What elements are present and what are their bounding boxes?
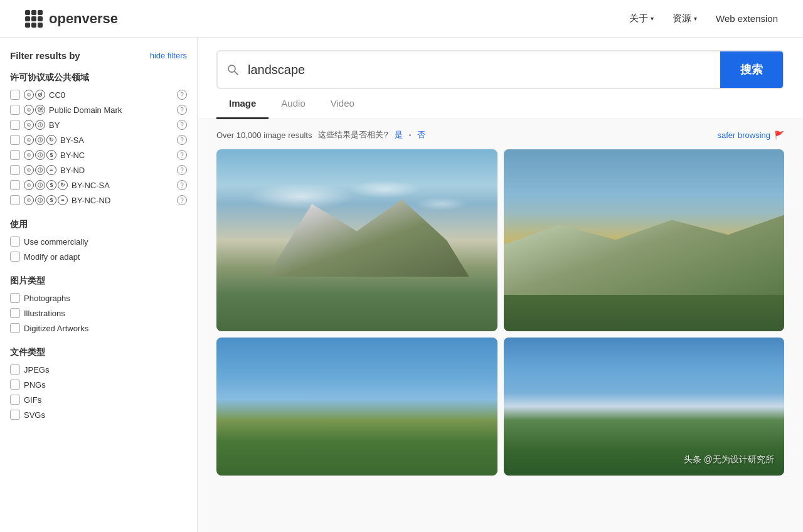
help-icon-bysa[interactable]: ? [177,135,187,145]
nav-resources-label: 资源 [673,13,691,24]
checkbox-illustrations[interactable] [10,308,20,318]
by-icon: ⓘ [35,135,45,145]
search-input[interactable] [248,54,720,86]
checkbox-bync[interactable] [10,150,20,160]
label-photographs: Photographs [24,294,70,303]
cc-icon: © [24,165,34,175]
checkbox-bynd[interactable] [10,165,20,175]
tab-audio[interactable]: Audio [269,89,317,119]
nav-web-extension[interactable]: Web extension [716,13,778,24]
help-icon-byncnd[interactable]: ? [177,195,187,205]
cc-icon: © [24,135,34,145]
nav-about[interactable]: 关于 ▾ [629,13,654,24]
checkbox-commercial[interactable] [10,237,20,247]
layout: Filter results by hide filters 许可协议或公共领域… [0,38,803,532]
filter-item-byncsa: © ⓘ $ ↻ BY-NC-SA ? [10,180,187,190]
main-content: 搜索 Image Audio Video Over 10,000 image r… [198,38,803,532]
tabs: Image Audio Video [198,89,803,119]
results-count: Over 10,000 image results [216,130,312,140]
filter-item-cc0: © Ø CC0 ? [10,90,187,100]
checkbox-gif[interactable] [10,395,20,405]
file-type-title: 文件类型 [10,347,187,358]
pd-icon: Ⓟ [35,105,45,115]
chevron-down-icon: ▾ [694,15,697,22]
filter-item-bysa: © ⓘ ↻ BY-SA ? [10,135,187,145]
sa-icon: ↻ [58,180,68,190]
help-icon-cc0[interactable]: ? [177,90,187,100]
search-icon [218,63,248,76]
checkbox-by[interactable] [10,120,20,130]
nav-web-extension-label: Web extension [716,13,778,24]
cc-icon: © [24,90,34,100]
help-icon-bync[interactable]: ? [177,150,187,160]
logo[interactable]: openverse [25,10,118,28]
license-icons-by: © ⓘ [24,120,45,130]
image-card-2[interactable] [504,149,785,331]
tab-image[interactable]: Image [216,89,269,119]
filter-title: Filter results by [10,50,80,61]
checkbox-photographs[interactable] [10,293,20,303]
image-grid [216,149,784,476]
help-icon-pdm[interactable]: ? [177,105,187,115]
sidebar: Filter results by hide filters 许可协议或公共领域… [0,38,198,532]
logo-text: openverse [49,11,118,27]
label-jpeg: JPEGs [24,365,49,375]
license-section-title: 许可协议或公共领域 [10,72,187,83]
help-icon-byncsa[interactable]: ? [177,180,187,190]
checkbox-bysa[interactable] [10,135,20,145]
checkbox-svg[interactable] [10,410,20,420]
license-icons-byncnd: © ⓘ $ = [24,195,68,205]
hide-filters-link[interactable]: hide filters [150,51,187,60]
filter-item-pdm: © Ⓟ Public Domain Mark ? [10,105,187,115]
checkbox-digitized[interactable] [10,323,20,333]
filter-item-bynd: © ⓘ = BY-ND ? [10,165,187,175]
sidebar-header: Filter results by hide filters [10,50,187,61]
label-bysa: BY-SA [60,136,84,145]
nav-about-label: 关于 [629,13,648,24]
landscape-image-4 [504,338,785,476]
label-byncnd: BY-NC-ND [72,196,110,205]
license-icons-pdm: © Ⓟ [24,105,45,115]
svg-line-1 [235,72,238,75]
filter-item-modify: Modify or adapt [10,252,187,262]
nd-icon: = [46,165,56,175]
image-card-3[interactable] [216,338,497,476]
checkbox-byncsa[interactable] [10,180,20,190]
filter-item-gif: GIFs [10,395,187,405]
nav-resources[interactable]: 资源 ▾ [673,13,697,24]
image-card-1[interactable] [216,149,497,331]
results-yes-button[interactable]: 是 [395,129,403,141]
landscape-image-2 [504,149,785,331]
nc-icon: $ [46,150,56,160]
safer-browsing-link[interactable]: safer browsing 🚩 [717,130,784,140]
image-card-4[interactable] [504,338,785,476]
checkbox-png[interactable] [10,380,20,390]
filter-item-byncnd: © ⓘ $ = BY-NC-ND ? [10,195,187,205]
filter-item-bync: © ⓘ $ BY-NC ? [10,150,187,160]
checkbox-pdm[interactable] [10,105,20,115]
results-dot: • [409,132,412,139]
checkbox-modify[interactable] [10,252,20,262]
label-bync: BY-NC [60,151,85,160]
tab-video[interactable]: Video [318,89,367,119]
label-bynd: BY-ND [60,166,85,175]
search-bar: 搜索 [216,50,784,89]
search-button[interactable]: 搜索 [720,51,783,88]
license-icons-bysa: © ⓘ ↻ [24,135,56,145]
help-icon-by[interactable]: ? [177,120,187,130]
image-type-section: 图片类型 Photographs Illustrations Digitized… [10,275,187,333]
flag-icon: 🚩 [774,130,784,140]
label-pdm: Public Domain Mark [49,105,122,115]
checkbox-byncnd[interactable] [10,195,20,205]
results-relevant-question: 这些结果是否相关? [318,129,388,141]
nc-icon: $ [46,180,56,190]
license-icons-byncsa: © ⓘ $ ↻ [24,180,68,190]
file-type-section: 文件类型 JPEGs PNGs GIFs [10,347,187,420]
help-icon-bynd[interactable]: ? [177,165,187,175]
by-icon: ⓘ [35,180,45,190]
svg-point-0 [228,65,235,72]
results-no-button[interactable]: 否 [417,129,425,141]
checkbox-jpeg[interactable] [10,364,20,375]
checkbox-cc0[interactable] [10,90,20,100]
logo-grid-icon [25,10,43,28]
